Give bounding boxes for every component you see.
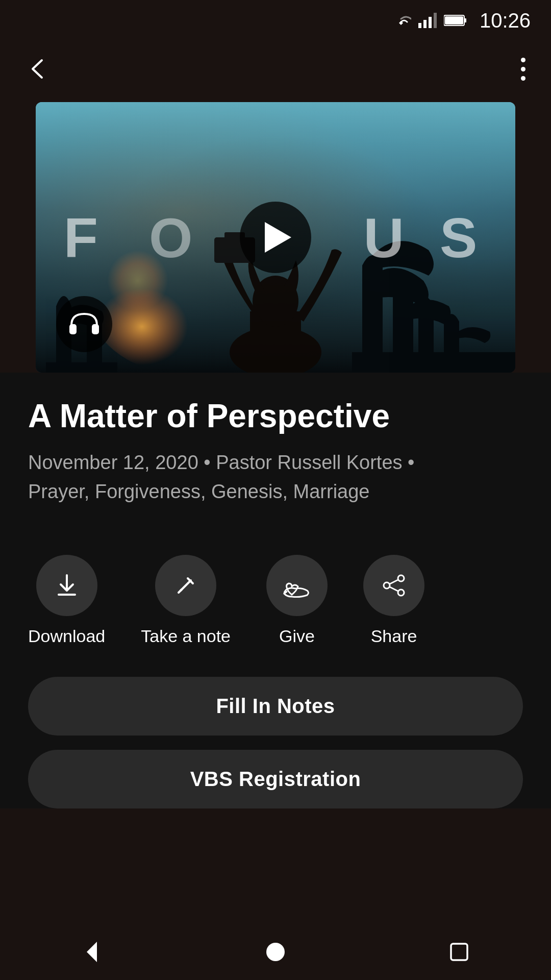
headphones-button[interactable] (56, 296, 112, 352)
download-action[interactable]: Download (28, 555, 105, 646)
share-circle (363, 555, 424, 616)
svg-line-21 (179, 590, 182, 593)
status-icons: 10:26 (391, 9, 531, 32)
give-icon (282, 572, 312, 599)
svg-rect-17 (92, 324, 99, 334)
signal-icon (418, 13, 437, 28)
take-note-action[interactable]: Take a note (141, 555, 231, 646)
play-icon (265, 222, 291, 253)
back-button[interactable] (20, 51, 56, 87)
svg-point-22 (398, 575, 404, 581)
note-label: Take a note (141, 626, 231, 646)
svg-line-25 (390, 580, 398, 584)
status-bar: 10:26 (0, 0, 551, 41)
svg-rect-16 (69, 324, 77, 334)
svg-rect-14 (352, 352, 515, 373)
actions-row: Download Take a note Give (0, 527, 551, 662)
sermon-title: A Matter of Perspective (28, 398, 523, 434)
bottom-nav (0, 924, 551, 980)
video-thumbnail: F O U S (36, 102, 515, 373)
svg-marker-27 (87, 942, 97, 962)
status-time: 10:26 (480, 9, 531, 32)
svg-rect-1 (423, 20, 427, 28)
svg-rect-29 (451, 944, 467, 960)
svg-point-28 (266, 943, 285, 961)
svg-point-24 (384, 582, 390, 589)
battery-icon (444, 14, 467, 27)
share-icon (381, 572, 407, 599)
sermon-meta: November 12, 2020 • Pastor Russell Korte… (28, 448, 523, 506)
fill-notes-button[interactable]: Fill In Notes (28, 677, 523, 736)
svg-rect-5 (464, 18, 466, 22)
svg-point-23 (398, 590, 404, 596)
svg-rect-3 (434, 13, 437, 28)
give-label: Give (279, 626, 315, 646)
play-button[interactable] (240, 202, 311, 273)
dot (521, 67, 525, 71)
big-buttons-section: Fill In Notes VBS Registration (0, 662, 551, 808)
nav-home-button[interactable] (255, 931, 296, 973)
sermon-date: November 12, 2020 (28, 452, 198, 473)
separator1: • (198, 452, 216, 473)
svg-rect-15 (46, 362, 117, 373)
nav-back-button[interactable] (71, 931, 113, 973)
download-icon (54, 572, 80, 599)
square-nav-icon (446, 939, 472, 965)
sermon-tags: Prayer, Forgiveness, Genesis, Marriage (28, 481, 370, 502)
vbs-registration-button[interactable]: VBS Registration (28, 750, 523, 808)
dot (521, 76, 525, 81)
wifi-icon (391, 13, 411, 28)
nav-recents-button[interactable] (438, 931, 480, 973)
share-action[interactable]: Share (363, 555, 424, 646)
top-nav (0, 41, 551, 97)
back-nav-icon (79, 939, 105, 965)
download-label: Download (28, 626, 105, 646)
note-circle (155, 555, 216, 616)
svg-rect-2 (429, 17, 432, 28)
sermon-pastor: Pastor Russell Kortes (216, 452, 402, 473)
give-circle (266, 555, 328, 616)
share-label: Share (371, 626, 417, 646)
note-icon (172, 572, 199, 599)
more-options-button[interactable] (516, 53, 531, 86)
headphones-icon (68, 310, 100, 338)
give-action[interactable]: Give (266, 555, 328, 646)
svg-rect-0 (418, 23, 421, 28)
svg-line-26 (390, 587, 398, 591)
download-circle (36, 555, 97, 616)
home-nav-icon (262, 939, 289, 965)
separator2: • (403, 452, 415, 473)
svg-rect-6 (445, 16, 463, 24)
dot (521, 58, 525, 62)
content-section: A Matter of Perspective November 12, 202… (0, 373, 551, 527)
